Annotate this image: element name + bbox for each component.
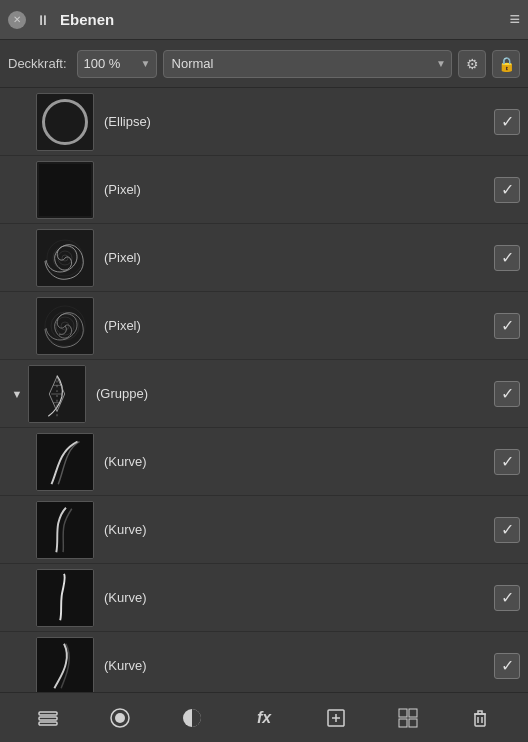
kurve-preview-3 <box>37 569 93 627</box>
svg-rect-32 <box>409 709 417 717</box>
layer-row[interactable]: (Pixel) <box>0 224 528 292</box>
layer-row[interactable]: (Kurve) <box>0 428 528 496</box>
layer-row[interactable]: (Pixel) <box>0 156 528 224</box>
blend-row: Deckkraft: 100 % 90 % 80 % 50 % ▼ Normal… <box>0 40 528 88</box>
kurve-preview-2 <box>37 501 93 559</box>
svg-rect-31 <box>399 709 407 717</box>
layer-name: (Pixel) <box>104 250 494 265</box>
settings-button[interactable]: ⚙ <box>458 50 486 78</box>
panel-title: Ebenen <box>60 11 509 28</box>
pixel-preview <box>39 164 91 216</box>
blend-mode-wrapper: Normal Multiplizieren Bildschirm ▼ <box>163 50 452 78</box>
svg-rect-23 <box>39 717 57 720</box>
layer-row[interactable]: (Ellipse) <box>0 88 528 156</box>
layer-thumbnail <box>36 569 94 627</box>
layer-thumbnail <box>36 297 94 355</box>
layer-thumbnail <box>28 365 86 423</box>
layer-visibility-checkbox[interactable] <box>494 449 520 475</box>
layer-visibility-checkbox[interactable] <box>494 653 520 679</box>
kurve-preview-1 <box>37 433 93 491</box>
bottom-toolbar: fx <box>0 692 528 742</box>
layer-visibility-checkbox[interactable] <box>494 585 520 611</box>
kurve-preview-4 <box>37 637 93 693</box>
new-layer-button[interactable] <box>318 700 354 736</box>
svg-rect-33 <box>399 719 407 727</box>
layer-thumbnail <box>36 501 94 559</box>
ellipse-preview <box>42 99 88 145</box>
mask-button[interactable] <box>102 700 138 736</box>
layer-visibility-checkbox[interactable] <box>494 381 520 407</box>
lock-button[interactable]: 🔒 <box>492 50 520 78</box>
close-button[interactable] <box>8 11 26 29</box>
layer-name: (Kurve) <box>104 590 494 605</box>
opacity-label: Deckkraft: <box>8 56 67 71</box>
layer-name: (Pixel) <box>104 182 494 197</box>
layer-row[interactable]: (Kurve) <box>0 632 528 692</box>
layer-visibility-checkbox[interactable] <box>494 245 520 271</box>
opacity-select-wrapper: 100 % 90 % 80 % 50 % ▼ <box>77 50 157 78</box>
blend-mode-select[interactable]: Normal Multiplizieren Bildschirm <box>163 50 452 78</box>
layer-visibility-checkbox[interactable] <box>494 313 520 339</box>
group-chevron-icon[interactable]: ▼ <box>6 388 28 400</box>
layers-button[interactable] <box>30 700 66 736</box>
spiral-preview <box>39 232 91 284</box>
spiral-preview-2 <box>39 300 91 352</box>
pause-button[interactable]: ⏸ <box>34 11 52 29</box>
gruppe-preview <box>29 365 85 423</box>
svg-rect-19 <box>37 502 93 558</box>
layer-visibility-checkbox[interactable] <box>494 177 520 203</box>
layer-visibility-checkbox[interactable] <box>494 109 520 135</box>
layer-name: (Pixel) <box>104 318 494 333</box>
layer-row[interactable]: (Kurve) <box>0 496 528 564</box>
svg-rect-24 <box>39 722 57 725</box>
layer-name: (Kurve) <box>104 522 494 537</box>
layer-name: (Kurve) <box>104 454 494 469</box>
layer-name: (Kurve) <box>104 658 494 673</box>
svg-rect-34 <box>409 719 417 727</box>
layer-name: (Ellipse) <box>104 114 494 129</box>
svg-rect-35 <box>475 714 485 726</box>
channel-button[interactable] <box>390 700 426 736</box>
opacity-select[interactable]: 100 % 90 % 80 % 50 % <box>77 50 157 78</box>
layer-thumbnail <box>36 637 94 693</box>
layer-row[interactable]: (Pixel) <box>0 292 528 360</box>
title-bar: ⏸ Ebenen ≡ <box>0 0 528 40</box>
layer-name: (Gruppe) <box>96 386 494 401</box>
adjustments-button[interactable] <box>174 700 210 736</box>
fx-label: fx <box>257 709 271 727</box>
layer-row-group[interactable]: ▼ (Gruppe) <box>0 360 528 428</box>
layer-thumbnail <box>36 161 94 219</box>
layer-thumbnail <box>36 229 94 287</box>
layer-row[interactable]: (Kurve) <box>0 564 528 632</box>
layer-visibility-checkbox[interactable] <box>494 517 520 543</box>
layer-thumbnail <box>36 433 94 491</box>
menu-button[interactable]: ≡ <box>509 9 520 30</box>
svg-point-26 <box>115 713 125 723</box>
delete-button[interactable] <box>462 700 498 736</box>
layers-list: (Ellipse) (Pixel) <box>0 88 528 692</box>
effects-button[interactable]: fx <box>246 700 282 736</box>
layer-thumbnail <box>36 93 94 151</box>
svg-rect-22 <box>39 712 57 715</box>
